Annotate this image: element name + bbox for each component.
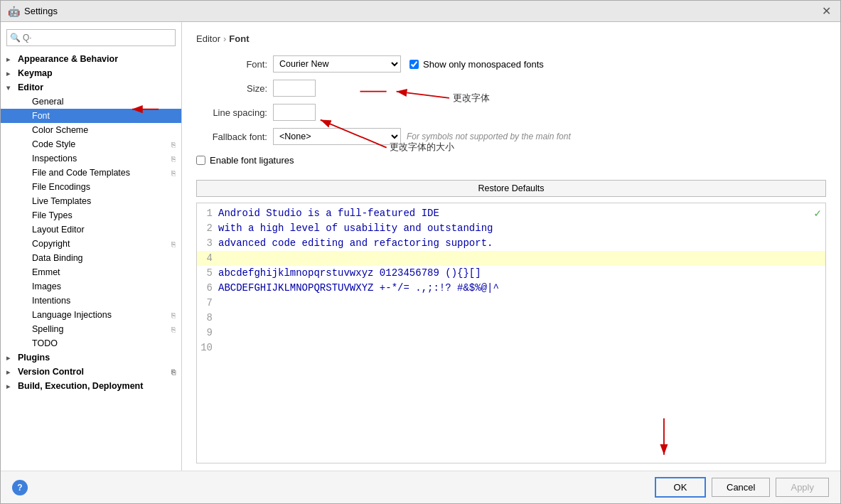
sidebar-item-data-binding[interactable]: Data Binding <box>1 251 181 265</box>
label-emmet: Emmet <box>32 267 60 277</box>
chevron-keymap: ▸ <box>6 70 15 77</box>
line-number: 4 <box>197 251 218 266</box>
sidebar-item-version-control[interactable]: ▸Version Control⎘ <box>1 365 181 379</box>
help-button[interactable]: ? <box>12 480 28 495</box>
sidebar: 🔍 ▸Appearance & Behavior▸Keymap▾EditorGe… <box>1 22 182 471</box>
preview-line: 7 <box>197 296 825 311</box>
dialog-body: 🔍 ▸Appearance & Behavior▸Keymap▾EditorGe… <box>1 22 840 471</box>
line-number: 2 <box>197 221 218 236</box>
size-row: Size: 18 <box>196 80 826 97</box>
label-data-binding: Data Binding <box>32 253 83 263</box>
sidebar-item-file-types[interactable]: File Types <box>1 208 181 222</box>
sidebar-item-inspections[interactable]: Inspections⎘ <box>1 151 181 166</box>
preview-line: 2with a high level of usability and outs… <box>197 221 825 236</box>
sidebar-item-color-scheme[interactable]: Color Scheme <box>1 123 181 137</box>
label-file-types: File Types <box>32 210 73 220</box>
label-build-exec: Build, Execution, Deployment <box>18 381 143 391</box>
preview-line: 6ABCDEFGHIJKLMNOPQRSTUVWXYZ +-*/= .,;:!?… <box>197 281 825 296</box>
sidebar-item-editor[interactable]: ▾Editor <box>1 80 181 95</box>
line-spacing-input[interactable]: 1.0 <box>273 104 316 121</box>
dialog-inner: 🔍 ▸Appearance & Behavior▸Keymap▾EditorGe… <box>1 22 840 471</box>
ligatures-checkbox[interactable] <box>196 156 205 165</box>
line-number: 7 <box>197 296 218 311</box>
line-number: 9 <box>197 326 218 341</box>
sidebar-item-code-style[interactable]: Code Style⎘ <box>1 137 181 151</box>
footer-left: ? <box>12 480 649 495</box>
label-general: General <box>32 97 63 107</box>
sidebar-item-general[interactable]: General <box>1 95 181 109</box>
size-label: Size: <box>196 83 267 94</box>
sidebar-item-copyright[interactable]: Copyright⎘ <box>1 237 181 251</box>
fallback-label: Fallback font: <box>196 132 267 142</box>
ok-button[interactable]: OK <box>655 477 706 498</box>
line-content: abcdefghijklmnopqrstuvwxyz 0123456789 ()… <box>218 266 481 281</box>
sidebar-item-todo[interactable]: TODO <box>1 336 181 350</box>
fallback-note: For symbols not supported by the main fo… <box>407 132 571 141</box>
ligatures-row: Enable font ligatures <box>196 155 826 166</box>
label-file-encodings: File Encodings <box>32 182 90 192</box>
badge-file-code-templates: ⎘ <box>171 169 176 177</box>
badge-version-control: ⎘ <box>171 368 176 376</box>
search-box[interactable]: 🔍 <box>6 29 176 46</box>
sidebar-item-font[interactable]: Font <box>1 109 181 123</box>
badge-inspections: ⎘ <box>171 155 176 163</box>
sidebar-item-build-exec[interactable]: ▸Build, Execution, Deployment <box>1 379 181 393</box>
chevron-appearance: ▸ <box>6 55 15 63</box>
chevron-plugins: ▸ <box>6 354 15 362</box>
title-bar-left: 🤖 Settings <box>8 6 58 17</box>
sidebar-item-emmet[interactable]: Emmet <box>1 265 181 279</box>
label-font: Font <box>32 111 50 121</box>
sidebar-item-intentions[interactable]: Intentions <box>1 294 181 308</box>
preview-line: 9 <box>197 326 825 341</box>
line-number: 3 <box>197 236 218 251</box>
badge-copyright: ⎘ <box>171 240 176 248</box>
line-number: 5 <box>197 266 218 281</box>
line-number: 1 <box>197 206 218 221</box>
cancel-button[interactable]: Cancel <box>712 478 770 497</box>
label-intentions: Intentions <box>32 296 70 306</box>
sidebar-item-plugins[interactable]: ▸Plugins <box>1 350 181 365</box>
preview-line: 3advanced code editing and refactoring s… <box>197 236 825 251</box>
fallback-row: Fallback font: <None> For symbols not su… <box>196 128 826 145</box>
preview-line: 8 <box>197 311 825 326</box>
size-input[interactable]: 18 <box>273 80 316 97</box>
sidebar-item-live-templates[interactable]: Live Templates <box>1 194 181 208</box>
search-input[interactable] <box>6 29 176 46</box>
label-spelling: Spelling <box>32 324 63 334</box>
sidebar-item-appearance[interactable]: ▸Appearance & Behavior <box>1 52 181 66</box>
preview-panel: ✓ 1Android Studio is a full-featured IDE… <box>196 203 826 463</box>
label-todo: TODO <box>32 338 58 348</box>
font-form: Font: Courier New Show only monospaced f… <box>196 55 826 166</box>
chevron-build-exec: ▸ <box>6 382 15 390</box>
line-number: 6 <box>197 281 218 296</box>
ligatures-label[interactable]: Enable font ligatures <box>210 155 294 166</box>
chevron-editor: ▾ <box>6 84 15 92</box>
sidebar-item-file-code-templates[interactable]: File and Code Templates⎘ <box>1 166 181 180</box>
line-content: Android Studio is a full-featured IDE <box>218 206 439 221</box>
line-spacing-label: Line spacing: <box>196 107 267 118</box>
line-content: ABCDEFGHIJKLMNOPQRSTUVWXYZ +-*/= .,;:!? … <box>218 281 499 296</box>
label-color-scheme: Color Scheme <box>32 125 88 135</box>
sidebar-item-layout-editor[interactable]: Layout Editor <box>1 222 181 237</box>
sidebar-item-images[interactable]: Images <box>1 279 181 294</box>
apply-button[interactable]: Apply <box>776 478 829 497</box>
sidebar-item-language-injections[interactable]: Language Injections⎘ <box>1 308 181 322</box>
mono-checkbox[interactable] <box>409 60 419 69</box>
font-select[interactable]: Courier New <box>273 55 401 73</box>
label-version-control: Version Control <box>18 367 84 377</box>
sidebar-item-keymap[interactable]: ▸Keymap <box>1 66 181 80</box>
badge-code-style: ⎘ <box>171 141 176 149</box>
fallback-select[interactable]: <None> <box>273 128 401 145</box>
label-plugins: Plugins <box>18 353 50 363</box>
font-row: Font: Courier New Show only monospaced f… <box>196 55 826 73</box>
close-button[interactable]: ✕ <box>819 4 833 18</box>
chevron-version-control: ▸ <box>6 368 15 376</box>
preview-checkmark: ✓ <box>814 206 821 220</box>
sidebar-item-spelling[interactable]: Spelling⎘ <box>1 322 181 336</box>
restore-defaults-button[interactable]: Restore Defaults <box>196 180 826 197</box>
mono-label[interactable]: Show only monospaced fonts <box>423 59 544 70</box>
sidebar-item-file-encodings[interactable]: File Encodings <box>1 180 181 194</box>
preview-lines: 1Android Studio is a full-featured IDE2w… <box>197 206 825 355</box>
badge-spelling: ⎘ <box>171 326 176 333</box>
label-copyright: Copyright <box>32 239 70 249</box>
